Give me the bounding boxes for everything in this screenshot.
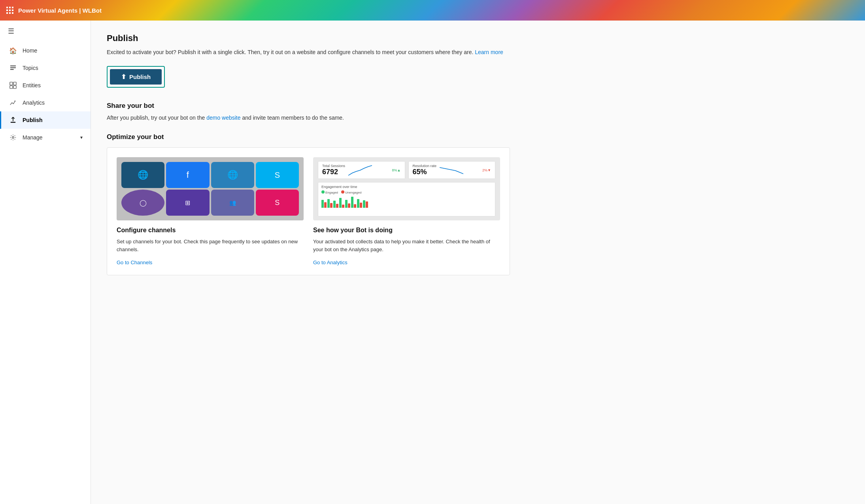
optimize-section-title: Optimize your bot — [107, 133, 510, 141]
chart-bars — [321, 196, 492, 208]
manage-chevron-icon: ▾ — [80, 135, 83, 140]
go-to-analytics-link[interactable]: Go to Analytics — [313, 260, 500, 265]
sidebar: ☰ 🏠 Home Topics Entities Analytics — [0, 21, 91, 504]
svg-rect-6 — [13, 86, 16, 88]
page-description: Excited to activate your bot? Publish it… — [107, 48, 510, 56]
svg-rect-3 — [10, 82, 13, 85]
channel-teams2-icon: 👥 — [211, 190, 254, 216]
app-bar: Power Virtual Agents | WLBot — [6, 7, 102, 14]
sidebar-item-topics[interactable]: Topics — [0, 59, 91, 77]
publish-button-label: Publish — [129, 73, 151, 80]
channel-slack-icon: S — [256, 190, 299, 216]
publish-button-wrapper: ⬆ Publish — [107, 66, 165, 88]
bar — [366, 201, 368, 208]
unengaged-legend-label: Unengaged — [345, 191, 361, 194]
sessions-trend-value: 8%▲ — [392, 168, 401, 172]
resolution-rate-value: 65% — [413, 168, 437, 176]
total-sessions-metric: Total Sessions 6792 8%▲ — [318, 161, 405, 179]
waffle-icon[interactable] — [6, 7, 13, 14]
bar — [354, 204, 356, 208]
demo-website-link[interactable]: demo website — [206, 115, 240, 121]
sidebar-item-manage[interactable]: Manage ▾ — [0, 129, 91, 146]
page-description-text: Excited to activate your bot? Publish it… — [107, 49, 473, 55]
share-desc-prefix: After you publish, try out your bot on t… — [107, 115, 205, 121]
bar — [339, 198, 342, 208]
channel-cortana-icon: ◯ — [121, 190, 164, 216]
total-sessions-value: 6792 — [322, 168, 345, 176]
analytics-metrics-row: Total Sessions 6792 8%▲ — [318, 161, 495, 179]
analytics-card: Total Sessions 6792 8%▲ — [313, 157, 500, 265]
resolution-rate-metric: Resolution rate 65% 2%▼ — [408, 161, 496, 179]
bar — [333, 201, 336, 208]
bar — [360, 203, 362, 208]
channels-card-image: 🌐 f 🌐 S ◯ ⊞ 👥 S — [117, 157, 304, 220]
bar — [363, 200, 365, 208]
app-title: Power Virtual Agents | WLBot — [18, 7, 102, 14]
engaged-legend-label: Engaged — [325, 191, 338, 194]
content-area: Publish Excited to activate your bot? Pu… — [91, 21, 865, 504]
hamburger-icon: ☰ — [8, 27, 14, 35]
publish-icon — [9, 116, 17, 124]
bar — [327, 199, 330, 208]
bar — [330, 203, 332, 208]
channel-skype-icon: S — [256, 162, 299, 188]
share-bot-desc: After you publish, try out your bot on t… — [107, 114, 510, 122]
engagement-chart: Engagement over time Engaged Unengaged — [318, 182, 495, 216]
analytics-card-desc: Your activated bot collects data to help… — [313, 238, 500, 253]
sidebar-item-entities-label: Entities — [23, 82, 41, 88]
svg-rect-2 — [10, 69, 14, 70]
bar — [357, 199, 359, 208]
sidebar-item-entities[interactable]: Entities — [0, 77, 91, 94]
channel-teams-icon: ⊞ — [166, 190, 209, 216]
sidebar-item-home-label: Home — [23, 47, 37, 54]
learn-more-link[interactable]: Learn more — [475, 49, 503, 55]
manage-icon — [9, 134, 17, 141]
engagement-chart-title: Engagement over time — [321, 185, 492, 189]
resolution-trend-chart — [440, 164, 479, 176]
resolution-trend-value: 2%▼ — [482, 168, 491, 172]
unengaged-legend-dot — [341, 190, 344, 194]
channels-card: 🌐 f 🌐 S ◯ ⊞ 👥 S Configure channels Set u… — [117, 157, 304, 265]
sidebar-item-analytics[interactable]: Analytics — [0, 94, 91, 111]
analytics-card-title: See how your Bot is doing — [313, 227, 500, 234]
resolution-rate-label: Resolution rate — [413, 164, 437, 168]
publish-button[interactable]: ⬆ Publish — [110, 69, 162, 85]
bar — [336, 204, 338, 208]
bar — [351, 197, 353, 208]
topics-icon — [9, 64, 17, 72]
top-banner: Power Virtual Agents | WLBot — [0, 0, 865, 21]
svg-point-8 — [12, 137, 14, 139]
channels-card-title: Configure channels — [117, 227, 304, 234]
sidebar-item-home[interactable]: 🏠 Home — [0, 42, 91, 59]
channel-globe2-icon: 🌐 — [211, 162, 254, 188]
sessions-trend-chart — [348, 164, 389, 176]
svg-rect-7 — [11, 122, 16, 123]
upload-icon: ⬆ — [121, 73, 126, 81]
chart-legend: Engaged Unengaged — [321, 190, 492, 194]
page-title: Publish — [107, 33, 510, 43]
bar — [348, 203, 350, 208]
analytics-card-image: Total Sessions 6792 8%▲ — [313, 157, 500, 220]
sidebar-item-topics-label: Topics — [23, 65, 38, 71]
svg-rect-0 — [10, 66, 16, 66]
sidebar-item-publish[interactable]: Publish — [0, 111, 91, 129]
channel-globe-icon: 🌐 — [121, 162, 164, 188]
sidebar-item-publish-label: Publish — [23, 117, 43, 123]
bar — [324, 202, 327, 208]
engaged-legend-dot — [321, 190, 325, 194]
home-icon: 🏠 — [9, 47, 17, 55]
channels-card-desc: Set up channels for your bot. Check this… — [117, 238, 304, 253]
go-to-channels-link[interactable]: Go to Channels — [117, 260, 304, 265]
share-bot-title: Share your bot — [107, 102, 510, 110]
optimize-cards: 🌐 f 🌐 S ◯ ⊞ 👥 S Configure channels Set u… — [107, 147, 510, 275]
svg-rect-4 — [13, 82, 16, 85]
entities-icon — [9, 81, 17, 89]
sidebar-item-analytics-label: Analytics — [23, 100, 45, 106]
sidebar-toggle[interactable]: ☰ — [0, 21, 91, 42]
bar — [345, 200, 348, 208]
channel-facebook-icon: f — [166, 162, 209, 188]
svg-rect-5 — [10, 86, 13, 88]
bar — [342, 205, 344, 208]
svg-rect-1 — [10, 67, 16, 68]
bar — [321, 200, 324, 208]
